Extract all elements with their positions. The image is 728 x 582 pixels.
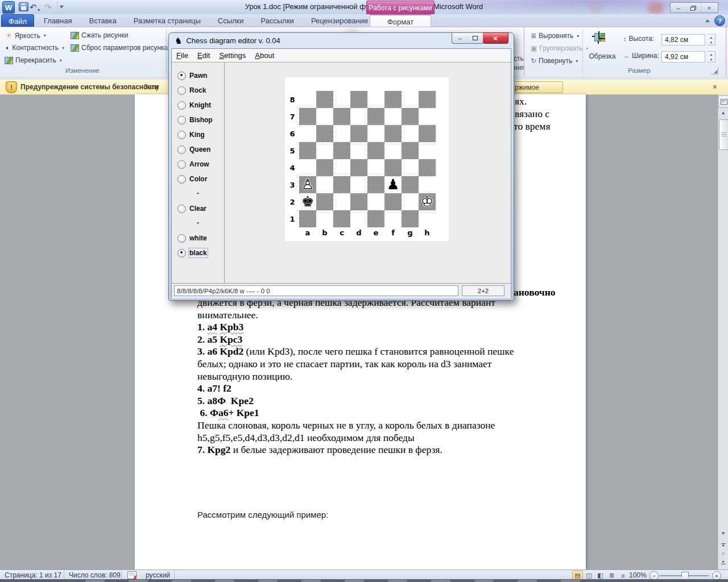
tab-3[interactable]: Разметка страницы — [125, 14, 209, 27]
square-d3[interactable] — [350, 176, 367, 193]
scrollbar-thumb[interactable] — [719, 119, 728, 150]
spin-down-icon[interactable]: ▼ — [708, 40, 715, 45]
square-d1[interactable] — [350, 210, 367, 227]
square-f8[interactable] — [384, 91, 402, 108]
square-h8[interactable] — [419, 91, 436, 108]
square-c3[interactable] — [333, 176, 350, 193]
square-e5[interactable] — [367, 142, 384, 159]
dialog-close-button[interactable]: × — [483, 32, 508, 44]
chess-dialog-window[interactable]: ♞ Chess diagram editor v. 0.04 – × FileE… — [168, 32, 514, 301]
radio-knight[interactable]: Knight — [177, 101, 211, 110]
square-d7[interactable] — [350, 108, 367, 125]
compress-pictures-button[interactable]: Сжать рисунки — [71, 31, 128, 39]
ribbon-collapse-icon[interactable] — [703, 16, 712, 25]
square-g2[interactable] — [402, 193, 419, 210]
square-b6[interactable] — [316, 125, 333, 142]
square-e2[interactable] — [367, 193, 384, 210]
scroll-up-icon[interactable]: ▲ — [718, 108, 728, 117]
height-input[interactable]: 4,82 см — [661, 34, 705, 45]
align-button[interactable]: ≣ Выровнять ▾ — [531, 32, 579, 40]
square-g4[interactable] — [402, 159, 419, 176]
dialog-maximize-button[interactable] — [468, 32, 483, 44]
square-g5[interactable] — [402, 142, 419, 159]
chess-board[interactable]: ♟♙♟♚♚♔ — [299, 91, 436, 227]
square-a6[interactable] — [299, 125, 316, 142]
square-d2[interactable] — [350, 193, 367, 210]
square-a4[interactable] — [299, 159, 316, 176]
tab-6[interactable]: Рецензирование — [303, 14, 377, 27]
square-h3[interactable] — [419, 176, 436, 193]
radio-circle[interactable] — [177, 175, 186, 184]
document-text-block[interactable]: движется в ферзи, а черная пешка задержи… — [197, 297, 566, 456]
square-f3[interactable]: ♟ — [384, 176, 402, 193]
radio-circle[interactable] — [177, 146, 186, 154]
zoom-level[interactable]: 100% — [629, 571, 647, 579]
tab-5[interactable]: Рассылки — [253, 14, 303, 27]
fen-input[interactable] — [174, 285, 458, 296]
size-dialog-launcher[interactable] — [711, 67, 718, 74]
radio-circle[interactable] — [177, 131, 186, 139]
square-d6[interactable] — [350, 125, 367, 142]
crop-button[interactable] — [592, 31, 607, 44]
radio-queen[interactable]: Queen — [177, 145, 210, 154]
radio-circle[interactable] — [177, 72, 186, 80]
contrast-button[interactable]: ◐ Контрастность ▾ — [6, 44, 64, 52]
square-b3[interactable] — [316, 176, 333, 193]
radio-white[interactable]: white — [177, 234, 207, 243]
square-b2[interactable] — [316, 193, 333, 210]
radio-circle[interactable] — [177, 234, 186, 243]
radio-bishop[interactable]: Bishop — [177, 115, 213, 124]
height-stepper[interactable]: ▲▼ — [708, 34, 715, 45]
next-page-button[interactable]: ▼ — [718, 558, 728, 567]
dialog-minimize-button[interactable]: – — [452, 32, 469, 44]
square-g8[interactable] — [402, 91, 419, 108]
square-h1[interactable] — [419, 210, 436, 227]
square-c4[interactable] — [333, 159, 350, 176]
square-f2[interactable] — [384, 193, 402, 210]
spin-down-icon[interactable]: ▼ — [708, 57, 715, 62]
radio-circle[interactable] — [177, 249, 186, 257]
brightness-button[interactable]: ☀ Яркость ▾ — [6, 31, 46, 40]
spin-up-icon[interactable]: ▲ — [708, 35, 715, 40]
tab-format-active[interactable]: Формат — [370, 14, 431, 28]
tab-1[interactable]: Главная — [35, 14, 80, 27]
square-c1[interactable] — [333, 210, 350, 227]
square-b1[interactable] — [316, 210, 333, 227]
square-d8[interactable] — [350, 91, 367, 108]
square-h2[interactable]: ♚♔ — [419, 193, 436, 210]
square-h5[interactable] — [419, 142, 436, 159]
square-c6[interactable] — [333, 125, 350, 142]
square-e4[interactable] — [367, 159, 384, 176]
radio-circle[interactable] — [177, 101, 186, 110]
square-a7[interactable] — [299, 108, 316, 125]
square-a8[interactable] — [299, 91, 316, 108]
radio-circle[interactable] — [177, 205, 186, 213]
menu-edit[interactable]: Edit — [193, 51, 214, 60]
square-a1[interactable] — [299, 210, 316, 227]
square-c8[interactable] — [333, 91, 350, 108]
square-e3[interactable] — [367, 176, 384, 193]
square-b5[interactable] — [316, 142, 333, 159]
radio-black[interactable]: black — [177, 248, 207, 257]
square-e7[interactable] — [367, 108, 384, 125]
radio-color[interactable]: Color — [177, 174, 207, 184]
square-c7[interactable] — [333, 108, 350, 125]
reset-picture-button[interactable]: Сброс параметров рисунка — [71, 44, 168, 52]
square-g7[interactable] — [402, 108, 419, 125]
square-f6[interactable] — [384, 125, 402, 142]
language-indicator[interactable]: русский — [146, 571, 170, 579]
square-f7[interactable] — [384, 108, 402, 125]
square-g6[interactable] — [402, 125, 419, 142]
square-c5[interactable] — [333, 142, 350, 159]
square-b8[interactable] — [316, 91, 333, 108]
radio-arrow[interactable]: Arrow — [177, 160, 209, 169]
spellcheck-icon[interactable] — [127, 571, 136, 579]
square-a2[interactable]: ♚ — [299, 193, 316, 210]
square-e1[interactable] — [367, 210, 384, 227]
tab-4[interactable]: Ссылки — [209, 14, 253, 27]
square-a3[interactable]: ♟♙ — [299, 176, 316, 193]
tab-2[interactable]: Вставка — [80, 14, 125, 27]
radio-pawn[interactable]: Pawn — [177, 71, 207, 80]
previous-page-button[interactable]: ▲ — [718, 540, 728, 548]
square-h6[interactable] — [419, 125, 436, 142]
